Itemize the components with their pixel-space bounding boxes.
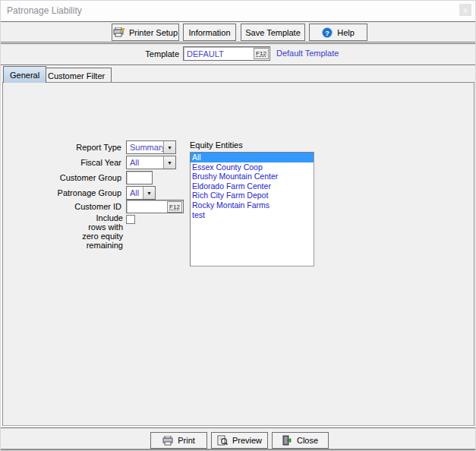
patronage-group-label: Patronage Group (3, 188, 121, 197)
include-zero-equity-checkbox[interactable] (126, 215, 135, 224)
footer-bar: Print Preview Close (1, 427, 476, 450)
template-label: Template (107, 49, 179, 58)
fiscal-year-select[interactable]: All ▼ (126, 156, 176, 169)
template-description: Default Template (276, 49, 339, 58)
list-item[interactable]: Rocky Montain Farms (191, 200, 314, 210)
customer-group-label: Customer Group (3, 173, 121, 182)
toolbar: Printer Setup Information Save Template … (1, 21, 476, 43)
customer-id-f12-button[interactable]: F12 (167, 201, 182, 213)
close-icon[interactable]: x (459, 4, 471, 16)
close-label: Close (297, 436, 318, 445)
list-item[interactable]: Essex County Coop (191, 162, 314, 172)
patronage-group-select[interactable]: All ▼ (126, 186, 156, 200)
tab-customer-filter-label: Customer Filter (48, 71, 105, 80)
tab-customer-filter[interactable]: Customer Filter (41, 68, 112, 83)
patronage-liability-window: Patronage Liability x Printer Setup Info… (0, 0, 476, 451)
list-item[interactable]: test (191, 210, 314, 220)
customer-group-input[interactable] (126, 171, 153, 184)
tab-general[interactable]: General (3, 66, 46, 83)
help-label: Help (337, 28, 355, 37)
fiscal-year-value: All (127, 158, 163, 167)
include-zero-equity-label: Include rows with zero equity remaining (5, 213, 123, 250)
general-tab-page: Report Type Summary ▼ Fiscal Year All ▼ … (2, 82, 474, 426)
printer-setup-button[interactable]: Printer Setup (112, 24, 179, 41)
save-template-button[interactable]: Save Template (241, 24, 305, 41)
tab-general-label: General (10, 71, 39, 80)
list-item[interactable]: Brushy Mountain Center (191, 172, 314, 181)
preview-icon (217, 435, 228, 446)
svg-text:?: ? (325, 29, 329, 36)
customer-id-label: Customer ID (3, 202, 121, 211)
title-bar: Patronage Liability x (1, 1, 475, 20)
information-label: Information (188, 28, 230, 37)
list-item[interactable]: All (191, 153, 314, 162)
print-label: Print (178, 436, 195, 445)
report-type-value: Summary (127, 143, 163, 152)
printer-setup-label: Printer Setup (129, 28, 178, 37)
information-button[interactable]: Information (183, 24, 236, 41)
printer-icon (113, 27, 125, 37)
report-type-select[interactable]: Summary ▼ (126, 140, 176, 154)
print-button[interactable]: Print (150, 432, 207, 449)
patronage-group-value: All (127, 188, 143, 197)
report-type-label: Report Type (3, 143, 121, 152)
fiscal-year-label: Fiscal Year (3, 158, 121, 167)
preview-button[interactable]: Preview (211, 432, 268, 449)
template-f12-button[interactable]: F12 (254, 48, 269, 59)
help-button[interactable]: ? Help (309, 24, 367, 41)
chevron-down-icon[interactable]: ▼ (143, 187, 155, 199)
preview-label: Preview (232, 436, 262, 445)
help-icon: ? (322, 27, 333, 38)
chevron-down-icon[interactable]: ▼ (163, 156, 175, 169)
window-title: Patronage Liability (7, 5, 82, 16)
tab-strip: General Customer Filter (1, 66, 476, 83)
equity-entities-listbox[interactable]: All Essex County Coop Brushy Mountain Ce… (190, 152, 314, 266)
close-door-icon (282, 435, 292, 446)
save-template-label: Save Template (245, 28, 301, 37)
list-item[interactable]: Eldorado Farm Center (191, 181, 314, 191)
printer-icon (162, 436, 173, 446)
chevron-down-icon[interactable]: ▼ (163, 141, 175, 153)
list-item[interactable]: Rich City Farm Depot (191, 191, 314, 200)
close-button[interactable]: Close (272, 432, 329, 449)
equity-entities-label: Equity Entities (190, 140, 243, 150)
